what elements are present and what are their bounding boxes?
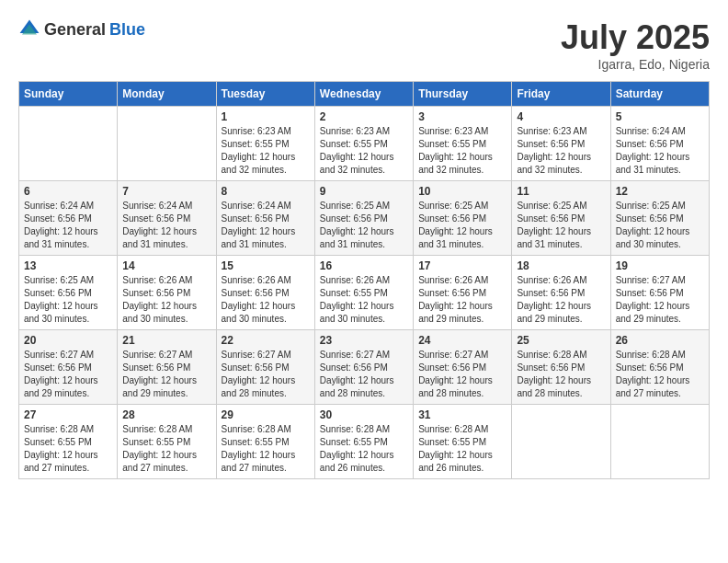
day-number: 24: [418, 334, 506, 347]
day-number: 15: [222, 259, 310, 272]
day-number: 21: [122, 334, 210, 347]
day-number: 9: [320, 185, 408, 198]
calendar-cell: 17Sunrise: 6:26 AM Sunset: 6:56 PM Dayli…: [414, 256, 512, 330]
calendar-cell: 19Sunrise: 6:27 AM Sunset: 6:56 PM Dayli…: [610, 256, 709, 330]
day-number: 10: [418, 185, 506, 198]
calendar-cell: 6Sunrise: 6:24 AM Sunset: 6:56 PM Daylig…: [19, 181, 118, 256]
calendar-cell: 28Sunrise: 6:28 AM Sunset: 6:55 PM Dayli…: [118, 405, 216, 479]
calendar-cell: 30Sunrise: 6:28 AM Sunset: 6:55 PM Dayli…: [314, 405, 413, 479]
week-row-3: 13Sunrise: 6:25 AM Sunset: 6:56 PM Dayli…: [19, 256, 710, 330]
calendar-cell: 24Sunrise: 6:27 AM Sunset: 6:56 PM Dayli…: [414, 330, 512, 405]
day-number: 6: [24, 185, 112, 198]
day-number: 12: [616, 185, 704, 198]
logo-general: General: [44, 20, 106, 40]
calendar-cell: 15Sunrise: 6:26 AM Sunset: 6:56 PM Dayli…: [216, 256, 314, 330]
month-title: July 2025: [561, 18, 710, 57]
calendar-cell: 31Sunrise: 6:28 AM Sunset: 6:55 PM Dayli…: [414, 405, 512, 479]
day-number: 22: [222, 334, 310, 347]
day-header-sunday: Sunday: [19, 82, 118, 107]
calendar-cell: 2Sunrise: 6:23 AM Sunset: 6:55 PM Daylig…: [314, 107, 413, 181]
day-header-monday: Monday: [118, 82, 216, 107]
calendar-cell: 22Sunrise: 6:27 AM Sunset: 6:56 PM Dayli…: [216, 330, 314, 405]
day-number: 8: [222, 185, 310, 198]
day-info: Sunrise: 6:27 AM Sunset: 6:56 PM Dayligh…: [418, 349, 506, 400]
day-number: 27: [24, 408, 112, 421]
day-number: 3: [418, 110, 506, 123]
calendar-cell: 11Sunrise: 6:25 AM Sunset: 6:56 PM Dayli…: [512, 181, 610, 256]
day-info: Sunrise: 6:28 AM Sunset: 6:56 PM Dayligh…: [616, 349, 704, 400]
calendar-cell: 1Sunrise: 6:23 AM Sunset: 6:55 PM Daylig…: [216, 107, 314, 181]
calendar-cell: [19, 107, 118, 181]
day-info: Sunrise: 6:26 AM Sunset: 6:56 PM Dayligh…: [122, 274, 210, 326]
day-number: 19: [616, 259, 704, 272]
day-info: Sunrise: 6:27 AM Sunset: 6:56 PM Dayligh…: [222, 349, 310, 400]
day-number: 25: [517, 334, 605, 347]
calendar-table: SundayMondayTuesdayWednesdayThursdayFrid…: [18, 81, 710, 479]
day-info: Sunrise: 6:27 AM Sunset: 6:56 PM Dayligh…: [24, 349, 112, 400]
calendar-cell: [610, 405, 709, 479]
day-info: Sunrise: 6:28 AM Sunset: 6:55 PM Dayligh…: [222, 423, 310, 475]
day-info: Sunrise: 6:23 AM Sunset: 6:55 PM Dayligh…: [418, 125, 506, 177]
calendar-cell: [512, 405, 610, 479]
day-info: Sunrise: 6:25 AM Sunset: 6:56 PM Dayligh…: [616, 200, 704, 251]
day-info: Sunrise: 6:23 AM Sunset: 6:56 PM Dayligh…: [517, 125, 605, 177]
calendar-cell: 14Sunrise: 6:26 AM Sunset: 6:56 PM Dayli…: [118, 256, 216, 330]
day-number: 18: [517, 259, 605, 272]
day-number: 20: [24, 334, 112, 347]
day-info: Sunrise: 6:24 AM Sunset: 6:56 PM Dayligh…: [24, 200, 112, 251]
day-info: Sunrise: 6:28 AM Sunset: 6:55 PM Dayligh…: [122, 423, 210, 475]
calendar-cell: 4Sunrise: 6:23 AM Sunset: 6:56 PM Daylig…: [512, 107, 610, 181]
calendar-cell: 5Sunrise: 6:24 AM Sunset: 6:56 PM Daylig…: [610, 107, 709, 181]
day-info: Sunrise: 6:27 AM Sunset: 6:56 PM Dayligh…: [122, 349, 210, 400]
title-block: July 2025 Igarra, Edo, Nigeria: [561, 18, 710, 72]
calendar-cell: 29Sunrise: 6:28 AM Sunset: 6:55 PM Dayli…: [216, 405, 314, 479]
day-info: Sunrise: 6:27 AM Sunset: 6:56 PM Dayligh…: [616, 274, 704, 326]
day-header-saturday: Saturday: [610, 82, 709, 107]
day-header-thursday: Thursday: [414, 82, 512, 107]
day-number: 16: [320, 259, 408, 272]
day-number: 2: [320, 110, 408, 123]
calendar-cell: 10Sunrise: 6:25 AM Sunset: 6:56 PM Dayli…: [414, 181, 512, 256]
week-row-1: 1Sunrise: 6:23 AM Sunset: 6:55 PM Daylig…: [19, 107, 710, 181]
day-number: 7: [122, 185, 210, 198]
day-info: Sunrise: 6:28 AM Sunset: 6:55 PM Dayligh…: [24, 423, 112, 475]
day-info: Sunrise: 6:23 AM Sunset: 6:55 PM Dayligh…: [222, 125, 310, 177]
day-info: Sunrise: 6:25 AM Sunset: 6:56 PM Dayligh…: [320, 200, 408, 251]
logo-icon: [18, 18, 40, 40]
day-number: 1: [222, 110, 310, 123]
day-info: Sunrise: 6:25 AM Sunset: 6:56 PM Dayligh…: [517, 200, 605, 251]
day-info: Sunrise: 6:24 AM Sunset: 6:56 PM Dayligh…: [122, 200, 210, 251]
calendar-cell: 7Sunrise: 6:24 AM Sunset: 6:56 PM Daylig…: [118, 181, 216, 256]
day-info: Sunrise: 6:25 AM Sunset: 6:56 PM Dayligh…: [418, 200, 506, 251]
location: Igarra, Edo, Nigeria: [561, 57, 710, 72]
day-number: 14: [122, 259, 210, 272]
week-row-2: 6Sunrise: 6:24 AM Sunset: 6:56 PM Daylig…: [19, 181, 710, 256]
day-info: Sunrise: 6:25 AM Sunset: 6:56 PM Dayligh…: [24, 274, 112, 326]
week-row-5: 27Sunrise: 6:28 AM Sunset: 6:55 PM Dayli…: [19, 405, 710, 479]
week-row-4: 20Sunrise: 6:27 AM Sunset: 6:56 PM Dayli…: [19, 330, 710, 405]
calendar-cell: 8Sunrise: 6:24 AM Sunset: 6:56 PM Daylig…: [216, 181, 314, 256]
calendar-cell: 20Sunrise: 6:27 AM Sunset: 6:56 PM Dayli…: [19, 330, 118, 405]
day-number: 29: [222, 408, 310, 421]
day-info: Sunrise: 6:28 AM Sunset: 6:56 PM Dayligh…: [517, 349, 605, 400]
day-number: 26: [616, 334, 704, 347]
calendar-cell: 3Sunrise: 6:23 AM Sunset: 6:55 PM Daylig…: [414, 107, 512, 181]
day-number: 28: [122, 408, 210, 421]
day-number: 30: [320, 408, 408, 421]
calendar-cell: 21Sunrise: 6:27 AM Sunset: 6:56 PM Dayli…: [118, 330, 216, 405]
day-header-friday: Friday: [512, 82, 610, 107]
day-info: Sunrise: 6:24 AM Sunset: 6:56 PM Dayligh…: [222, 200, 310, 251]
calendar-cell: [118, 107, 216, 181]
day-number: 17: [418, 259, 506, 272]
calendar-cell: 27Sunrise: 6:28 AM Sunset: 6:55 PM Dayli…: [19, 405, 118, 479]
calendar-cell: 9Sunrise: 6:25 AM Sunset: 6:56 PM Daylig…: [314, 181, 413, 256]
day-info: Sunrise: 6:26 AM Sunset: 6:56 PM Dayligh…: [517, 274, 605, 326]
calendar-cell: 23Sunrise: 6:27 AM Sunset: 6:56 PM Dayli…: [314, 330, 413, 405]
day-number: 31: [418, 408, 506, 421]
calendar-cell: 26Sunrise: 6:28 AM Sunset: 6:56 PM Dayli…: [610, 330, 709, 405]
page-header: GeneralBlue July 2025 Igarra, Edo, Niger…: [18, 18, 710, 72]
day-info: Sunrise: 6:26 AM Sunset: 6:56 PM Dayligh…: [418, 274, 506, 326]
day-number: 13: [24, 259, 112, 272]
calendar-cell: 25Sunrise: 6:28 AM Sunset: 6:56 PM Dayli…: [512, 330, 610, 405]
day-info: Sunrise: 6:24 AM Sunset: 6:56 PM Dayligh…: [616, 125, 704, 177]
